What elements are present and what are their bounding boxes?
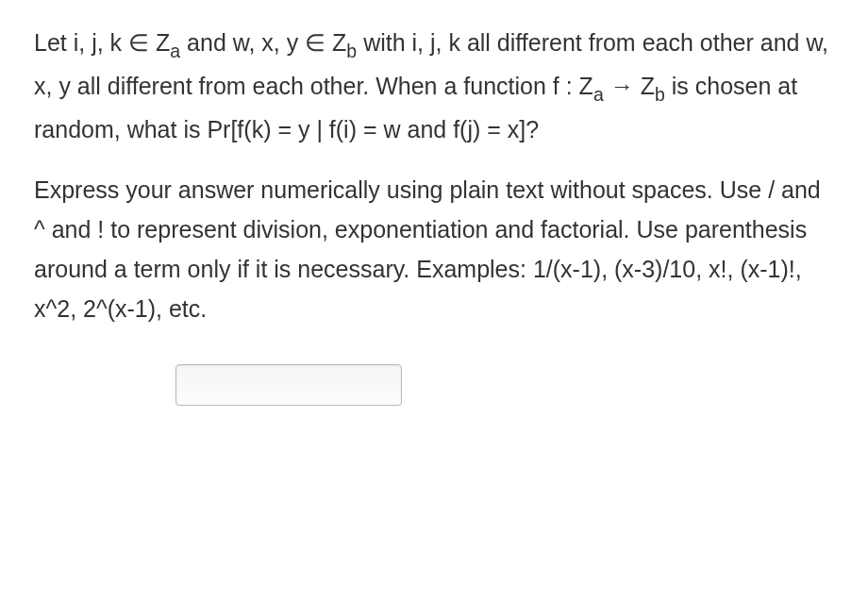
subscript-b: b [346,41,357,61]
subscript-b2: b [655,84,665,105]
subscript-a2: a [593,84,604,105]
question-part2: and w, x, y ∈ Z [180,29,346,56]
answer-container [34,364,834,406]
answer-input[interactable] [175,364,402,406]
question-part1: Let i, j, k ∈ Z [34,29,170,56]
question-text: Let i, j, k ∈ Za and w, x, y ∈ Zb with i… [34,23,834,149]
answer-instructions: Express your answer numerically using pl… [34,170,834,328]
subscript-a: a [170,41,180,61]
question-part4: → Z [604,73,655,99]
